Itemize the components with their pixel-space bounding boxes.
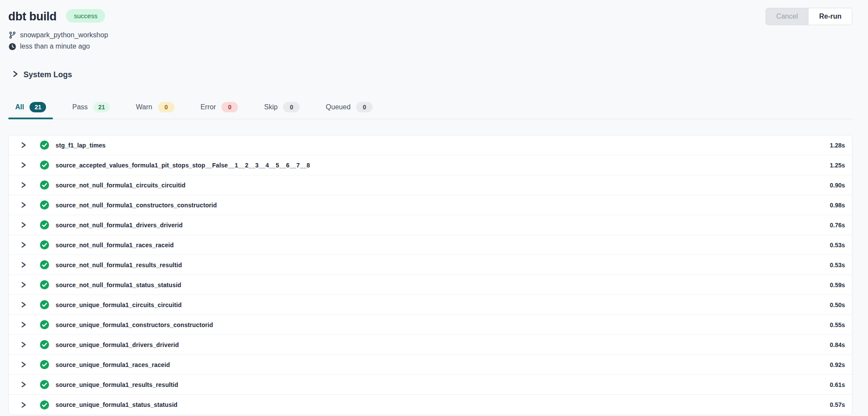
result-row[interactable]: source_unique_formula1_drivers_driverid … <box>9 335 852 355</box>
system-logs-expander[interactable]: System Logs <box>12 70 72 79</box>
success-check-icon <box>40 180 49 190</box>
node-duration: 0.98s <box>830 202 845 209</box>
expand-chevron-icon[interactable] <box>20 141 26 149</box>
expand-chevron-icon[interactable] <box>20 321 26 328</box>
tab-pass[interactable]: Pass 21 <box>65 97 117 119</box>
node-duration: 0.61s <box>830 381 845 388</box>
success-check-icon <box>40 300 49 309</box>
success-check-icon <box>40 161 49 170</box>
node-name: stg_f1_lap_times <box>56 142 106 149</box>
node-name: source_not_null_formula1_circuits_circui… <box>56 182 185 189</box>
result-row[interactable]: source_unique_formula1_circuits_circuiti… <box>9 295 852 315</box>
expand-chevron-icon[interactable] <box>20 301 26 308</box>
result-row[interactable]: source_not_null_formula1_races_raceid 0.… <box>9 235 852 255</box>
tab-error[interactable]: Error 0 <box>194 97 245 119</box>
expand-chevron-icon[interactable] <box>20 221 26 229</box>
success-check-icon <box>40 380 49 389</box>
expand-chevron-icon[interactable] <box>20 361 26 368</box>
tab-count-badge: 0 <box>283 102 300 112</box>
success-check-icon <box>40 400 49 409</box>
chevron-right-icon <box>12 70 18 79</box>
node-name: source_accepted_values_formula1_pit_stop… <box>56 162 310 169</box>
node-duration: 0.53s <box>830 242 845 249</box>
node-name: source_not_null_formula1_constructors_co… <box>56 202 217 209</box>
expand-chevron-icon[interactable] <box>20 261 26 269</box>
success-check-icon <box>40 240 49 249</box>
tab-count-badge: 21 <box>93 102 110 112</box>
tab-label: Error <box>201 103 216 111</box>
node-duration: 0.76s <box>830 222 845 229</box>
expand-chevron-icon[interactable] <box>20 201 26 209</box>
result-row[interactable]: source_unique_formula1_results_resultid … <box>9 375 852 395</box>
tab-label: Skip <box>264 103 277 111</box>
result-row[interactable]: source_unique_formula1_status_statusid 0… <box>9 395 852 415</box>
success-check-icon <box>40 360 49 369</box>
status-badge: success <box>66 9 105 23</box>
tab-count-badge: 21 <box>30 102 46 112</box>
result-row[interactable]: source_not_null_formula1_circuits_circui… <box>9 175 852 195</box>
node-name: source_not_null_formula1_races_raceid <box>56 242 174 249</box>
tab-count-badge: 0 <box>221 102 238 112</box>
tab-count-badge: 0 <box>356 102 373 112</box>
git-branch-icon <box>8 31 16 39</box>
system-logs-label: System Logs <box>23 70 72 79</box>
result-row[interactable]: source_not_null_formula1_drivers_driveri… <box>9 215 852 235</box>
node-duration: 0.50s <box>830 301 845 308</box>
expand-chevron-icon[interactable] <box>20 241 26 249</box>
tab-label: Pass <box>72 103 88 111</box>
result-row[interactable]: source_not_null_formula1_status_statusid… <box>9 275 852 295</box>
node-duration: 0.84s <box>830 341 845 348</box>
expand-chevron-icon[interactable] <box>20 181 26 189</box>
tab-label: All <box>15 103 24 111</box>
tab-skip[interactable]: Skip 0 <box>257 97 307 119</box>
result-row[interactable]: stg_f1_lap_times 1.28s <box>9 135 852 155</box>
node-duration: 0.92s <box>830 361 845 368</box>
run-header: dbt build success Cancel Re-run snowpark… <box>0 0 868 52</box>
time-ago: less than a minute ago <box>20 43 90 50</box>
branch-line: snowpark_python_workshop <box>8 29 852 41</box>
expand-chevron-icon[interactable] <box>20 341 26 348</box>
node-name: source_unique_formula1_constructors_cons… <box>56 321 213 328</box>
result-row[interactable]: source_not_null_formula1_results_resulti… <box>9 255 852 275</box>
run-actions: Cancel Re-run <box>766 8 852 25</box>
status-filter-tabs: All 21 Pass 21 Warn 0 Error 0 Skip 0 Que… <box>8 97 852 119</box>
expand-chevron-icon[interactable] <box>20 161 26 169</box>
result-row[interactable]: source_not_null_formula1_constructors_co… <box>9 195 852 215</box>
node-duration: 1.25s <box>830 162 845 169</box>
success-check-icon <box>40 141 49 150</box>
node-name: source_unique_formula1_races_raceid <box>56 361 170 368</box>
tab-count-badge: 0 <box>158 102 175 112</box>
node-name: source_not_null_formula1_status_statusid <box>56 282 182 288</box>
tab-all[interactable]: All 21 <box>8 97 53 119</box>
expand-chevron-icon[interactable] <box>20 381 26 388</box>
success-check-icon <box>40 320 49 329</box>
results-list: stg_f1_lap_times 1.28s source_accepted_v… <box>8 135 852 415</box>
expand-chevron-icon[interactable] <box>20 401 26 409</box>
result-row[interactable]: source_accepted_values_formula1_pit_stop… <box>9 155 852 175</box>
clock-icon <box>8 43 16 50</box>
result-row[interactable]: source_unique_formula1_constructors_cons… <box>9 315 852 335</box>
tab-queued[interactable]: Queued 0 <box>319 97 380 119</box>
node-name: source_not_null_formula1_drivers_driveri… <box>56 222 183 229</box>
rerun-button[interactable]: Re-run <box>809 8 852 25</box>
node-name: source_unique_formula1_circuits_circuiti… <box>56 301 182 308</box>
node-name: source_unique_formula1_status_statusid <box>56 401 178 408</box>
success-check-icon <box>40 280 49 289</box>
branch-name: snowpark_python_workshop <box>20 31 108 39</box>
node-duration: 0.57s <box>830 401 845 408</box>
node-name: source_not_null_formula1_results_resulti… <box>56 262 182 269</box>
node-name: source_unique_formula1_results_resultid <box>56 381 178 388</box>
time-line: less than a minute ago <box>8 41 852 52</box>
node-duration: 0.59s <box>830 282 845 288</box>
node-duration: 0.55s <box>830 321 845 328</box>
node-duration: 0.53s <box>830 262 845 269</box>
success-check-icon <box>40 340 49 349</box>
success-check-icon <box>40 220 49 229</box>
result-row[interactable]: source_unique_formula1_races_raceid 0.92… <box>9 355 852 375</box>
node-duration: 0.90s <box>830 182 845 189</box>
success-check-icon <box>40 200 49 210</box>
tab-warn[interactable]: Warn 0 <box>129 97 182 119</box>
cancel-button[interactable]: Cancel <box>766 8 809 25</box>
tab-label: Warn <box>136 103 152 111</box>
expand-chevron-icon[interactable] <box>20 281 26 288</box>
